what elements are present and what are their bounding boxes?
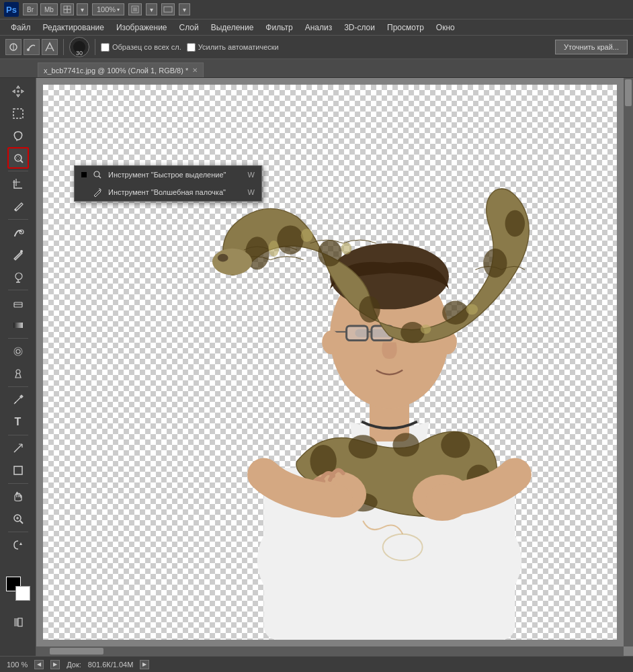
svg-rect-0 <box>64 6 67 9</box>
context-menu: Инструмент "Быстрое выделение" W Инструм… <box>74 165 262 202</box>
svg-rect-6 <box>164 7 172 12</box>
svg-point-56 <box>341 243 352 255</box>
bridge-button[interactable]: Br <box>23 3 38 15</box>
svg-rect-39 <box>347 326 368 341</box>
spot-heal-tool[interactable] <box>7 222 29 243</box>
tab-bar: x_bcb7741c.jpg @ 100% (Слой 1, RGB/8) * … <box>0 59 633 78</box>
lasso-tool[interactable] <box>7 125 29 146</box>
options-bar: 30 Образец со всех сл. Усилить автоматич… <box>0 35 633 59</box>
svg-rect-5 <box>133 7 137 11</box>
svg-point-70 <box>218 254 228 262</box>
context-menu-item-quick-select[interactable]: Инструмент "Быстрое выделение" W <box>75 166 261 183</box>
screen-mode-arrow[interactable]: ▾ <box>179 3 190 15</box>
hand-tool[interactable] <box>7 486 29 507</box>
crop-tool[interactable] <box>7 173 29 195</box>
brush-size-preview[interactable]: 30 <box>69 37 89 57</box>
layout-arrow[interactable]: ▾ <box>77 3 88 15</box>
doc-tab-close[interactable]: ✕ <box>192 67 198 74</box>
svg-point-24 <box>16 370 20 374</box>
tool-sep-7 <box>8 483 28 484</box>
status-info-arrow[interactable]: ▶ <box>140 660 149 669</box>
brush-tool[interactable] <box>7 244 29 265</box>
svg-rect-31 <box>14 618 18 626</box>
svg-point-71 <box>94 171 99 177</box>
pen-tool[interactable] <box>7 389 29 411</box>
svg-point-50 <box>400 322 424 343</box>
zoom-indicator[interactable]: 100% ▾ <box>92 3 124 15</box>
brush-size-btn[interactable] <box>42 39 58 55</box>
svg-point-18 <box>15 273 22 280</box>
blur-tool[interactable] <box>7 341 29 362</box>
eraser-tool[interactable] <box>7 292 29 314</box>
magic-wand-shortcut: W <box>248 188 255 196</box>
menu-layer[interactable]: Слой <box>174 22 204 34</box>
vertical-scrollbar[interactable] <box>624 78 633 646</box>
3d-tool[interactable] <box>7 534 29 556</box>
context-menu-item-magic-wand[interactable]: Инструмент "Волшебная палочка" W <box>75 183 261 201</box>
menu-edit[interactable]: Редактирование <box>38 22 110 34</box>
canvas-area: Инструмент "Быстрое выделение" W Инструм… <box>36 78 633 656</box>
zoom-tool[interactable] <box>7 508 29 530</box>
svg-point-57 <box>421 325 431 334</box>
tool-sep-4 <box>8 338 28 339</box>
svg-rect-12 <box>13 109 23 118</box>
menu-analysis[interactable]: Анализ <box>300 22 338 34</box>
svg-point-17 <box>20 250 23 253</box>
refine-edge-button[interactable]: Уточнить край... <box>555 40 628 54</box>
enhance-auto: Усилить автоматически <box>187 43 279 52</box>
document-tab[interactable]: x_bcb7741c.jpg @ 100% (Слой 1, RGB/8) * … <box>38 62 204 77</box>
eyedropper-tool[interactable] <box>7 196 29 217</box>
doc-tab-title: x_bcb7741c.jpg @ 100% (Слой 1, RGB/8) * <box>44 67 188 75</box>
screen-mode-icon[interactable] <box>161 3 175 15</box>
menu-view[interactable]: Просмотр <box>382 22 429 34</box>
menu-window[interactable]: Окно <box>431 22 460 34</box>
menu-3d[interactable]: 3D-слои <box>339 22 380 34</box>
tool-sep-3 <box>8 290 28 290</box>
minibrowser-button[interactable]: Mb <box>40 3 58 15</box>
svg-point-49 <box>359 296 380 323</box>
menu-image[interactable]: Изображение <box>111 22 173 34</box>
color-swatches <box>6 577 30 601</box>
layout-icon[interactable] <box>60 3 74 15</box>
brush-preset-btn[interactable] <box>5 39 22 55</box>
status-doc-label: Док: <box>67 661 81 669</box>
gradient-tool[interactable] <box>7 314 29 336</box>
clone-stamp-tool[interactable] <box>7 266 29 288</box>
dodge-tool[interactable] <box>7 363 29 384</box>
text-tool[interactable]: T <box>7 411 29 433</box>
menu-filter[interactable]: Фильтр <box>260 22 298 34</box>
menu-select[interactable]: Выделение <box>206 22 259 34</box>
brush-mode-btn[interactable] <box>24 39 40 55</box>
tool-sep-2 <box>8 219 28 220</box>
path-select-tool[interactable] <box>7 437 29 459</box>
status-nav-left[interactable]: ◀ <box>34 660 44 669</box>
quick-select-tool[interactable] <box>7 147 29 169</box>
menu-file[interactable]: Файл <box>5 22 36 34</box>
view-icon[interactable] <box>128 3 142 15</box>
svg-rect-3 <box>67 9 71 13</box>
status-nav-right[interactable]: ▶ <box>50 660 60 669</box>
magic-wand-icon <box>92 187 103 198</box>
enhance-auto-checkbox[interactable] <box>187 43 196 52</box>
vertical-scroll-thumb[interactable] <box>625 79 632 106</box>
svg-point-53 <box>505 210 525 237</box>
quick-select-icon <box>92 169 103 180</box>
quick-mask-button[interactable] <box>7 612 29 633</box>
svg-point-25 <box>15 402 16 403</box>
menu-bar: Файл Редактирование Изображение Слой Выд… <box>0 19 633 35</box>
main-layout: T <box>0 78 633 656</box>
move-tool[interactable] <box>7 81 29 102</box>
horizontal-scroll-thumb[interactable] <box>50 648 103 655</box>
sample-all-layers-checkbox[interactable] <box>101 43 110 52</box>
svg-point-54 <box>269 241 280 257</box>
view-arrow[interactable]: ▾ <box>146 3 157 15</box>
tool-sep-6 <box>8 435 28 435</box>
horizontal-scrollbar[interactable] <box>36 646 624 656</box>
svg-point-58 <box>466 304 478 314</box>
shape-tool[interactable] <box>7 460 29 481</box>
svg-point-61 <box>392 433 419 456</box>
marquee-tool[interactable] <box>7 103 29 124</box>
title-bar-icons: Br Mb ▾ <box>23 3 88 15</box>
svg-point-60 <box>349 435 378 458</box>
background-color[interactable] <box>15 586 30 601</box>
